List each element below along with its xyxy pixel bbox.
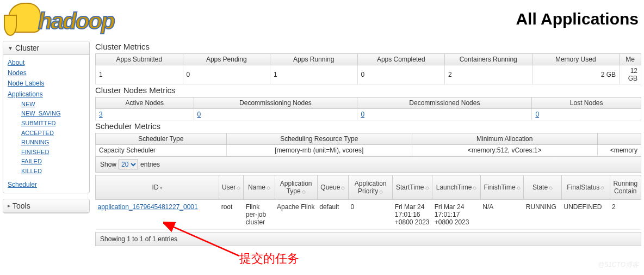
hadoop-logo: hadoop: [5, 3, 155, 35]
cluster-title: Cluster: [15, 44, 39, 52]
sort-icon: ◇: [425, 185, 429, 191]
th-min-alloc: Minimum Allocation: [412, 133, 597, 145]
scheduler-metrics-table: Scheduler Type Scheduling Resource Type …: [95, 133, 641, 156]
sort-icon: ◇: [302, 189, 306, 194]
sidebar: ▼ Cluster About Nodes Node Labels Applic…: [0, 41, 92, 246]
th-max-alloc: [597, 133, 641, 145]
entries-bar: Show 20 entries: [95, 156, 641, 173]
page-title: All Applications: [516, 10, 639, 28]
sort-icon: ◇: [267, 185, 270, 191]
nav-submitted[interactable]: SUBMITTED: [21, 119, 85, 129]
th-decommed-nodes: Decommissioned Nodes: [357, 97, 532, 109]
nav-nodes[interactable]: Nodes: [8, 68, 85, 78]
th-memory-used: Memory Used: [532, 54, 620, 65]
chevron-right-icon: ▸: [8, 203, 10, 209]
th-scheduler-type: Scheduler Type: [96, 133, 227, 145]
table-row: 1 0 1 0 2 2 GB 12 GB: [96, 65, 641, 84]
elephant-icon: [8, 3, 41, 33]
th-resource-type: Scheduling Resource Type: [226, 133, 412, 145]
th-active-nodes: Active Nodes: [96, 97, 194, 109]
nav-scheduler[interactable]: Scheduler: [8, 180, 85, 190]
nav-new-saving[interactable]: NEW_SAVING: [21, 109, 85, 119]
sort-icon: ▾: [160, 185, 163, 191]
th-containers-running: Containers Running: [445, 54, 532, 65]
annotation-arrow: [163, 221, 245, 246]
sidebar-cluster-header[interactable]: ▼ Cluster: [3, 41, 89, 55]
th-apps-completed: Apps Completed: [357, 54, 445, 65]
nav-about[interactable]: About: [8, 58, 85, 68]
th-apps-pending: Apps Pending: [183, 54, 270, 65]
sort-icon: ◇: [379, 189, 383, 194]
th-apps-submitted: Apps Submitted: [96, 54, 183, 65]
nav-new[interactable]: NEW: [21, 100, 85, 109]
th-lost-nodes: Lost Nodes: [532, 97, 641, 109]
cluster-metrics-title: Cluster Metrics: [95, 42, 641, 51]
nav-killed[interactable]: KILLED: [21, 167, 85, 176]
node-metrics-title: Cluster Nodes Metrics: [95, 85, 641, 95]
nav-running[interactable]: RUNNING: [21, 138, 85, 148]
th-user[interactable]: User◇: [219, 175, 244, 200]
svg-line-1: [171, 226, 239, 246]
node-metrics-table: Active Nodes Decommissioning Nodes Decom…: [95, 97, 641, 120]
th-id[interactable]: ID▾: [96, 175, 219, 200]
sort-icon: ◇: [517, 185, 521, 191]
th-memory-total: Me: [620, 54, 641, 65]
cell-name: Flink per-job cluster: [244, 200, 275, 230]
table-row: Capacity Scheduler [memory-mb (unit=Mi),…: [96, 145, 641, 156]
decom-nodes-link[interactable]: 0: [197, 111, 201, 118]
tools-title: Tools: [13, 201, 30, 210]
decommed-nodes-link[interactable]: 0: [361, 111, 364, 118]
cell-start: Fri Mar 24 17:01:16 +0800 2023: [393, 200, 432, 230]
sort-icon: ◇: [473, 185, 476, 191]
th-name[interactable]: Name◇: [244, 175, 275, 200]
cluster-metrics-table: Apps Submitted Apps Pending Apps Running…: [95, 53, 641, 84]
th-containers[interactable]: Running Contain: [610, 175, 641, 200]
nav-node-labels[interactable]: Node Labels: [8, 78, 85, 89]
th-start[interactable]: StartTime◇: [393, 175, 432, 200]
entries-label: entries: [140, 161, 160, 168]
show-label: Show: [100, 161, 116, 168]
nav-applications[interactable]: Applications: [8, 89, 85, 100]
th-apps-running: Apps Running: [270, 54, 358, 65]
scheduler-metrics-title: Scheduler Metrics: [95, 121, 641, 131]
th-priority[interactable]: Application Priority◇: [349, 175, 393, 200]
sort-icon: ◇: [341, 185, 345, 191]
th-finalstatus[interactable]: FinalStatus◇: [562, 175, 610, 200]
lost-nodes-link[interactable]: 0: [535, 111, 539, 118]
chevron-down-icon: ▼: [8, 45, 13, 51]
sort-icon: ◇: [237, 185, 240, 191]
th-decom-nodes: Decommissioning Nodes: [194, 97, 357, 109]
cell-containers: 2: [610, 200, 641, 230]
cell-launch: Fri Mar 24 17:01:17 +0800 2023: [432, 200, 481, 230]
th-state[interactable]: State◇: [524, 175, 562, 200]
app-id-link[interactable]: application_1679645481227_0001: [98, 203, 198, 211]
cell-state: RUNNING: [524, 200, 562, 230]
nav-failed[interactable]: FAILED: [21, 157, 85, 167]
th-launch[interactable]: LaunchTime◇: [432, 175, 481, 200]
cell-final: UNDEFINED: [562, 200, 610, 230]
nav-finished[interactable]: FINISHED: [21, 148, 85, 157]
table-row: 3 0 0 0: [96, 109, 641, 120]
cell-queue: default: [317, 200, 348, 230]
cell-priority: 0: [349, 200, 393, 230]
th-finish[interactable]: FinishTime◇: [480, 175, 523, 200]
th-queue[interactable]: Queue◇: [317, 175, 348, 200]
sort-icon: ◇: [549, 185, 553, 191]
th-apptype[interactable]: Application Type◇: [275, 175, 317, 200]
cell-finish: N/A: [480, 200, 523, 230]
entries-select[interactable]: 20: [119, 160, 138, 169]
sort-icon: ◇: [600, 185, 604, 191]
active-nodes-link[interactable]: 3: [99, 111, 103, 118]
sidebar-tools-header[interactable]: ▸ Tools: [3, 199, 89, 213]
logo-text: hadoop: [38, 8, 114, 34]
nav-accepted[interactable]: ACCEPTED: [21, 129, 85, 138]
cell-apptype: Apache Flink: [275, 200, 317, 230]
